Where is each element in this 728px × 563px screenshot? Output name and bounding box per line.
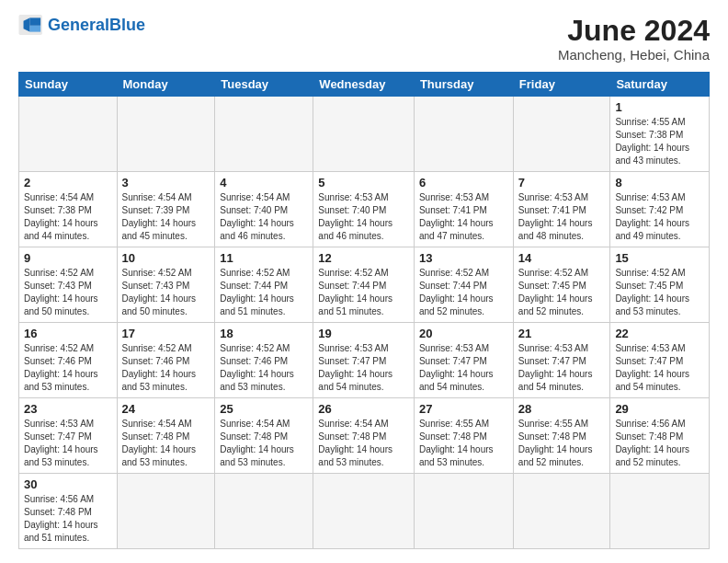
day-info: Sunrise: 4:53 AMSunset: 7:47 PMDaylight:… (615, 342, 704, 394)
calendar-cell-8: 8Sunrise: 4:53 AMSunset: 7:42 PMDaylight… (610, 172, 710, 247)
calendar-cell-empty (117, 474, 215, 549)
month-title: June 2024 (558, 15, 710, 47)
day-number: 3 (122, 176, 210, 190)
day-number: 26 (318, 402, 409, 416)
calendar-cell-21: 21Sunrise: 4:53 AMSunset: 7:47 PMDayligh… (513, 323, 610, 398)
day-number: 10 (122, 251, 210, 265)
logo: GeneralBlue (18, 15, 145, 35)
calendar-cell-4: 4Sunrise: 4:54 AMSunset: 7:40 PMDaylight… (215, 172, 313, 247)
svg-marker-2 (29, 26, 40, 32)
page: GeneralBlue June 2024 Mancheng, Hebei, C… (0, 0, 728, 563)
calendar-cell-empty (313, 474, 415, 549)
day-info: Sunrise: 4:55 AMSunset: 7:48 PMDaylight:… (518, 418, 606, 469)
week-row-1: 2Sunrise: 4:54 AMSunset: 7:38 PMDaylight… (19, 172, 710, 247)
day-info: Sunrise: 4:56 AMSunset: 7:48 PMDaylight:… (24, 493, 112, 545)
calendar-cell-28: 28Sunrise: 4:55 AMSunset: 7:48 PMDayligh… (513, 398, 610, 474)
svg-marker-1 (29, 17, 40, 25)
calendar-cell-7: 7Sunrise: 4:53 AMSunset: 7:41 PMDaylight… (513, 172, 610, 247)
logo-general: General (48, 16, 109, 34)
day-info: Sunrise: 4:52 AMSunset: 7:43 PMDaylight:… (122, 267, 210, 318)
calendar-cell-12: 12Sunrise: 4:52 AMSunset: 7:44 PMDayligh… (313, 247, 415, 323)
day-number: 24 (122, 402, 210, 416)
day-info: Sunrise: 4:54 AMSunset: 7:40 PMDaylight:… (220, 191, 308, 243)
weekday-header-monday: Monday (117, 73, 215, 97)
calendar-cell-5: 5Sunrise: 4:53 AMSunset: 7:40 PMDaylight… (313, 172, 415, 247)
day-info: Sunrise: 4:56 AMSunset: 7:48 PMDaylight:… (615, 418, 704, 469)
day-number: 6 (419, 176, 508, 190)
day-info: Sunrise: 4:52 AMSunset: 7:46 PMDaylight:… (220, 342, 308, 394)
calendar-cell-9: 9Sunrise: 4:52 AMSunset: 7:43 PMDaylight… (19, 247, 118, 323)
day-number: 22 (615, 327, 704, 340)
calendar-cell-empty (414, 97, 513, 172)
day-info: Sunrise: 4:53 AMSunset: 7:42 PMDaylight:… (615, 191, 704, 243)
calendar-cell-empty (313, 97, 415, 172)
day-number: 19 (318, 327, 409, 340)
calendar-cell-16: 16Sunrise: 4:52 AMSunset: 7:46 PMDayligh… (19, 323, 118, 398)
day-number: 15 (615, 251, 704, 265)
day-number: 16 (24, 327, 112, 340)
day-number: 8 (615, 176, 704, 190)
calendar-cell-17: 17Sunrise: 4:52 AMSunset: 7:46 PMDayligh… (117, 323, 215, 398)
day-info: Sunrise: 4:52 AMSunset: 7:46 PMDaylight:… (122, 342, 210, 394)
day-info: Sunrise: 4:55 AMSunset: 7:48 PMDaylight:… (419, 418, 508, 469)
day-info: Sunrise: 4:54 AMSunset: 7:48 PMDaylight:… (122, 418, 210, 469)
day-info: Sunrise: 4:54 AMSunset: 7:48 PMDaylight:… (220, 418, 308, 469)
weekday-header-friday: Friday (513, 73, 610, 97)
day-info: Sunrise: 4:52 AMSunset: 7:45 PMDaylight:… (615, 267, 704, 318)
location: Mancheng, Hebei, China (558, 47, 710, 63)
day-info: Sunrise: 4:54 AMSunset: 7:48 PMDaylight:… (318, 418, 409, 469)
day-number: 1 (615, 100, 704, 114)
day-info: Sunrise: 4:54 AMSunset: 7:38 PMDaylight:… (24, 191, 112, 243)
day-number: 2 (24, 176, 112, 190)
calendar: SundayMondayTuesdayWednesdayThursdayFrid… (18, 72, 710, 549)
calendar-cell-6: 6Sunrise: 4:53 AMSunset: 7:41 PMDaylight… (414, 172, 513, 247)
calendar-cell-1: 1Sunrise: 4:55 AMSunset: 7:38 PMDaylight… (610, 97, 710, 172)
calendar-cell-empty (19, 97, 118, 172)
day-info: Sunrise: 4:52 AMSunset: 7:44 PMDaylight:… (318, 267, 409, 318)
weekday-header-sunday: Sunday (19, 73, 118, 97)
header: GeneralBlue June 2024 Mancheng, Hebei, C… (18, 15, 710, 63)
day-info: Sunrise: 4:53 AMSunset: 7:47 PMDaylight:… (419, 342, 508, 394)
logo-icon (18, 15, 44, 35)
calendar-cell-empty (215, 474, 313, 549)
day-number: 4 (220, 176, 308, 190)
day-info: Sunrise: 4:53 AMSunset: 7:47 PMDaylight:… (518, 342, 606, 394)
day-info: Sunrise: 4:54 AMSunset: 7:39 PMDaylight:… (122, 191, 210, 243)
day-info: Sunrise: 4:52 AMSunset: 7:46 PMDaylight:… (24, 342, 112, 394)
calendar-cell-empty (215, 97, 313, 172)
week-row-4: 23Sunrise: 4:53 AMSunset: 7:47 PMDayligh… (19, 398, 710, 474)
day-number: 30 (24, 477, 112, 491)
calendar-cell-19: 19Sunrise: 4:53 AMSunset: 7:47 PMDayligh… (313, 323, 415, 398)
calendar-cell-30: 30Sunrise: 4:56 AMSunset: 7:48 PMDayligh… (19, 474, 118, 549)
day-number: 18 (220, 327, 308, 340)
day-info: Sunrise: 4:53 AMSunset: 7:41 PMDaylight:… (518, 191, 606, 243)
weekday-header-row: SundayMondayTuesdayWednesdayThursdayFrid… (19, 73, 710, 97)
calendar-cell-3: 3Sunrise: 4:54 AMSunset: 7:39 PMDaylight… (117, 172, 215, 247)
weekday-header-wednesday: Wednesday (313, 73, 415, 97)
week-row-5: 30Sunrise: 4:56 AMSunset: 7:48 PMDayligh… (19, 474, 710, 549)
calendar-cell-empty (117, 97, 215, 172)
calendar-cell-25: 25Sunrise: 4:54 AMSunset: 7:48 PMDayligh… (215, 398, 313, 474)
weekday-header-saturday: Saturday (610, 73, 710, 97)
calendar-cell-15: 15Sunrise: 4:52 AMSunset: 7:45 PMDayligh… (610, 247, 710, 323)
day-info: Sunrise: 4:52 AMSunset: 7:45 PMDaylight:… (518, 267, 606, 318)
calendar-cell-14: 14Sunrise: 4:52 AMSunset: 7:45 PMDayligh… (513, 247, 610, 323)
calendar-cell-empty (610, 474, 710, 549)
weekday-header-tuesday: Tuesday (215, 73, 313, 97)
day-number: 17 (122, 327, 210, 340)
day-number: 5 (318, 176, 409, 190)
calendar-cell-11: 11Sunrise: 4:52 AMSunset: 7:44 PMDayligh… (215, 247, 313, 323)
day-number: 14 (518, 251, 606, 265)
calendar-cell-23: 23Sunrise: 4:53 AMSunset: 7:47 PMDayligh… (19, 398, 118, 474)
calendar-cell-13: 13Sunrise: 4:52 AMSunset: 7:44 PMDayligh… (414, 247, 513, 323)
day-info: Sunrise: 4:53 AMSunset: 7:41 PMDaylight:… (419, 191, 508, 243)
day-info: Sunrise: 4:52 AMSunset: 7:44 PMDaylight:… (220, 267, 308, 318)
calendar-cell-22: 22Sunrise: 4:53 AMSunset: 7:47 PMDayligh… (610, 323, 710, 398)
calendar-cell-empty (513, 474, 610, 549)
weekday-header-thursday: Thursday (414, 73, 513, 97)
day-number: 27 (419, 402, 508, 416)
day-info: Sunrise: 4:52 AMSunset: 7:44 PMDaylight:… (419, 267, 508, 318)
week-row-2: 9Sunrise: 4:52 AMSunset: 7:43 PMDaylight… (19, 247, 710, 323)
calendar-cell-2: 2Sunrise: 4:54 AMSunset: 7:38 PMDaylight… (19, 172, 118, 247)
day-info: Sunrise: 4:53 AMSunset: 7:40 PMDaylight:… (318, 191, 409, 243)
